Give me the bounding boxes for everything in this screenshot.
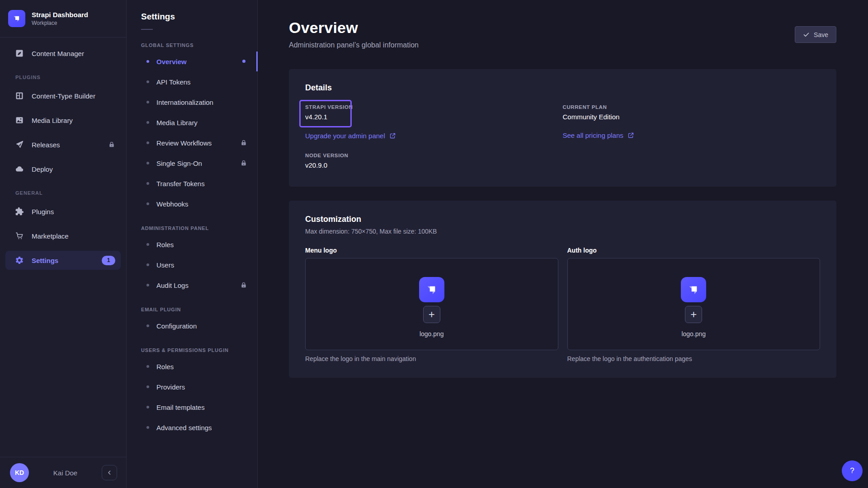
current-plan-label: CURRENT PLAN (563, 104, 821, 110)
sidebar-item-settings[interactable]: Settings 1 (5, 251, 121, 270)
lock-icon (240, 160, 247, 167)
bullet-icon (146, 365, 149, 368)
menu-logo-dropzone[interactable]: + logo.png (305, 258, 558, 350)
page-subtitle: Administration panel’s global informatio… (289, 41, 419, 49)
subnav-section-global-settings: GLOBAL SETTINGS (127, 42, 257, 48)
sidebar-item-deploy[interactable]: Deploy (5, 160, 121, 178)
sidebar-item-media-library[interactable]: Media Library (5, 111, 121, 130)
subnav-title: Settings (127, 12, 257, 22)
subnav-item-review-workflows[interactable]: Review Workflows (127, 134, 257, 152)
brand-workplace: Workplace (32, 20, 88, 26)
subnav-item-label: API Tokens (156, 78, 191, 86)
main-content: Overview Administration panel’s global i… (258, 0, 868, 488)
save-button-label: Save (814, 31, 828, 38)
sidebar-item-label: Plugins (32, 208, 54, 216)
sidebar-item-label: Media Library (32, 117, 73, 124)
customization-card-title: Customization (305, 215, 820, 224)
collapse-sidebar-button[interactable] (102, 465, 117, 480)
subnav-item-label: Single Sign-On (156, 160, 202, 167)
sidebar-item-releases[interactable]: Releases (5, 135, 121, 154)
subnav-item-label: Review Workflows (156, 139, 212, 147)
subnav-item-transfer-tokens[interactable]: Transfer Tokens (127, 174, 257, 192)
active-dot-icon (242, 60, 245, 63)
subnav-item-overview[interactable]: Overview (127, 52, 257, 70)
paper-plane-icon (15, 140, 24, 149)
details-card: Details STRAPI VERSION v4.20.1 Upgrade y… (289, 69, 836, 187)
lock-icon (108, 141, 115, 148)
upgrade-admin-panel-link[interactable]: Upgrade your admin panel (305, 132, 396, 140)
sidebar-item-label: Content-Type Builder (32, 92, 95, 100)
bullet-icon (146, 284, 149, 286)
subnav-item-label: Configuration (156, 322, 197, 330)
bullet-icon (146, 182, 149, 185)
subnav-section-email-plugin: EMAIL PLUGIN (127, 307, 257, 312)
cloud-icon (15, 164, 24, 174)
bullet-icon (146, 385, 149, 388)
sidebar-item-plugins[interactable]: Plugins (5, 202, 121, 221)
subnav-item-providers[interactable]: Providers (127, 378, 257, 396)
sidebar-item-content-type-builder[interactable]: Content-Type Builder (5, 86, 121, 105)
chevron-left-icon (106, 469, 113, 476)
title-underline (141, 29, 153, 30)
bullet-icon (146, 426, 149, 429)
auth-logo-filename: logo.png (681, 330, 706, 338)
subnav-item-api-tokens[interactable]: API Tokens (127, 73, 257, 91)
user-footer: KD Kai Doe (0, 457, 126, 488)
subnav-item-media-library[interactable]: Media Library (127, 113, 257, 131)
sidebar-item-label: Deploy (32, 165, 53, 173)
subnav-item-up-roles[interactable]: Roles (127, 357, 257, 375)
subnav-item-configuration[interactable]: Configuration (127, 317, 257, 335)
strapi-logo-icon (419, 277, 444, 302)
menu-logo-label: Menu logo (305, 247, 558, 254)
bullet-icon (146, 406, 149, 408)
sidebar-item-label: Content Manager (32, 50, 84, 57)
sidebar-item-label: Marketplace (32, 232, 69, 240)
subnav-item-internationalization[interactable]: Internationalization (127, 93, 257, 111)
menu-logo-filename: logo.png (420, 330, 444, 338)
auth-logo-label: Auth logo (567, 247, 821, 254)
subnav-item-label: Providers (156, 383, 185, 391)
lock-icon (240, 282, 247, 289)
auth-logo-caption: Replace the logo in the authentication p… (567, 355, 821, 362)
details-card-title: Details (305, 83, 820, 93)
add-logo-button[interactable]: + (423, 306, 440, 323)
subnav-item-audit-logs[interactable]: Audit Logs (127, 276, 257, 294)
add-logo-button[interactable]: + (685, 306, 702, 323)
subnav-item-label: Webhooks (156, 200, 189, 208)
node-version-label: NODE VERSION (305, 153, 563, 158)
external-link-icon (627, 132, 634, 139)
strapi-version-value: v4.20.1 (305, 113, 353, 121)
pricing-plans-link[interactable]: See all pricing plans (563, 131, 634, 139)
sidebar-item-marketplace[interactable]: Marketplace (5, 226, 121, 245)
help-button[interactable]: ? (842, 460, 863, 481)
save-button[interactable]: Save (795, 26, 836, 43)
auth-logo-dropzone[interactable]: + logo.png (567, 258, 821, 350)
upgrade-link-label: Upgrade your admin panel (305, 132, 385, 140)
subnav-item-webhooks[interactable]: Webhooks (127, 195, 257, 213)
bullet-icon (146, 121, 149, 124)
node-version-value: v20.9.0 (305, 161, 563, 169)
subnav-item-single-sign-on[interactable]: Single Sign-On (127, 154, 257, 172)
brand: Strapi Dashboard Workplace (0, 0, 126, 37)
main-sidebar: Strapi Dashboard Workplace Content Manag… (0, 0, 127, 488)
sidebar-item-content-manager[interactable]: Content Manager (5, 44, 121, 63)
brand-name: Strapi Dashboard (32, 11, 88, 19)
sidebar-item-label: Releases (32, 141, 60, 149)
avatar[interactable]: KD (10, 463, 29, 482)
gear-icon (15, 256, 24, 265)
subnav-item-advanced-settings[interactable]: Advanced settings (127, 418, 257, 436)
puzzle-icon (15, 207, 24, 216)
subnav-item-users[interactable]: Users (127, 256, 257, 274)
strapi-version-label: STRAPI VERSION (305, 104, 353, 110)
lock-icon (240, 139, 247, 146)
customization-constraints: Max dimension: 750×750, Max file size: 1… (305, 228, 820, 235)
subnav-item-email-templates[interactable]: Email templates (127, 398, 257, 416)
menu-logo-caption: Replace the logo in the main navigation (305, 355, 558, 362)
cart-icon (15, 231, 24, 240)
subnav-item-label: Email templates (156, 404, 205, 411)
subnav-item-label: Roles (156, 241, 174, 249)
subnav-item-roles[interactable]: Roles (127, 235, 257, 253)
settings-subnav: Settings GLOBAL SETTINGS Overview API To… (127, 0, 258, 488)
subnav-item-label: Internationalization (156, 99, 213, 106)
subnav-item-label: Users (156, 261, 174, 269)
